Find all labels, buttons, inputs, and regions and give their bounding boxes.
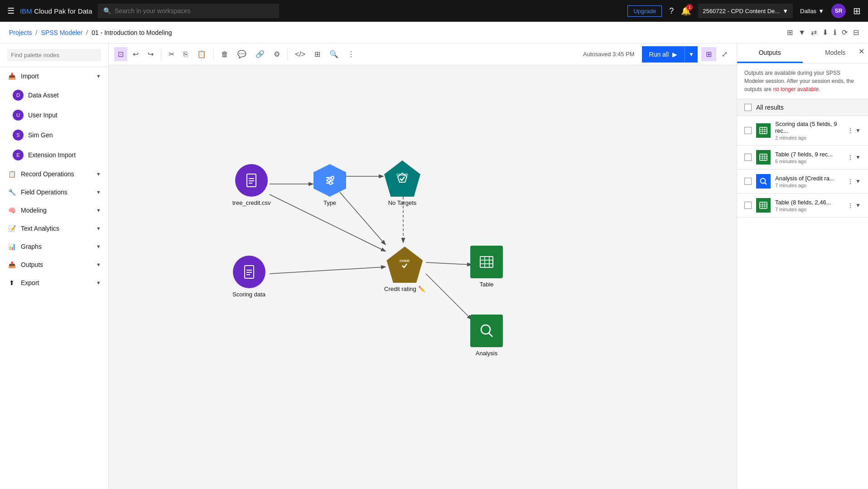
sidebar-item-user-input[interactable]: U User Input xyxy=(0,105,108,125)
toolbar-code-btn[interactable]: </> xyxy=(291,48,309,61)
global-search[interactable]: 🔍 xyxy=(98,4,279,18)
sidebar-item-label-modeling: Modeling xyxy=(21,207,47,214)
breadcrumb-projects-link[interactable]: Projects xyxy=(9,29,32,36)
sidebar-item-label-import: Import xyxy=(21,73,39,80)
bc-chevron-icon[interactable]: ▼ xyxy=(798,29,805,37)
right-panel-close-btn[interactable]: ✕ xyxy=(858,47,864,56)
sidebar-item-field-ops[interactable]: 🔧 Field Operations ▼ xyxy=(0,183,108,201)
toolbar-palette-btn[interactable]: ⊞ xyxy=(311,47,324,61)
node-type[interactable]: Type xyxy=(313,164,346,206)
help-icon[interactable]: ? xyxy=(669,6,674,16)
sidebar-item-extension-import[interactable]: E Extension Import xyxy=(0,145,108,165)
sidebar-item-record-ops[interactable]: 📋 Record Operations ▼ xyxy=(0,165,108,183)
toolbar-paste-btn[interactable]: 📋 xyxy=(193,47,210,61)
toolbar-canvas-btn[interactable]: ⊡ xyxy=(114,47,127,61)
download-icon[interactable]: ⬇ xyxy=(822,28,828,37)
sidebar-item-graphs[interactable]: 📊 Graphs ▼ xyxy=(0,237,108,256)
node-label-credit-rating: Credit rating xyxy=(384,286,416,292)
result-item-1[interactable]: Scoring data (5 fields, 9 rec... 2 minut… xyxy=(737,116,868,145)
search-input[interactable] xyxy=(115,7,274,15)
tab-outputs[interactable]: Outputs xyxy=(737,44,803,63)
toolbar-redo-btn[interactable]: ↪ xyxy=(144,47,157,61)
apps-grid-icon[interactable]: ⊞ xyxy=(853,5,861,16)
toolbar-zoom-btn[interactable]: 🔍 xyxy=(326,47,342,61)
svg-point-17 xyxy=(329,182,332,184)
result-1-expand-btn[interactable]: ▼ xyxy=(855,127,861,134)
result-3-checkbox[interactable] xyxy=(744,178,752,185)
run-all-button[interactable]: Run all ▶ ▼ xyxy=(642,46,698,63)
user-avatar[interactable]: SR xyxy=(831,4,846,18)
info-icon[interactable]: ℹ xyxy=(834,28,836,37)
toolbar-copy-btn[interactable]: ⎘ xyxy=(180,48,192,61)
notifications-icon[interactable]: 🔔 1 xyxy=(681,6,691,16)
result-2-checkbox[interactable] xyxy=(744,154,752,161)
view-icon[interactable]: ⊞ xyxy=(787,28,793,37)
toolbar-expand-btn[interactable]: ⤢ xyxy=(718,47,731,61)
region-selector[interactable]: Dallas ▼ xyxy=(800,8,824,15)
result-4-checkbox[interactable] xyxy=(744,202,752,209)
result-4-expand-btn[interactable]: ▼ xyxy=(855,202,861,208)
sidebar-item-data-asset[interactable]: D Data Asset xyxy=(0,85,108,105)
result-3-more-btn[interactable]: ⋮ xyxy=(847,178,854,185)
result-item-3[interactable]: Analysis of [Credit ra... 7 minutes ago … xyxy=(737,169,868,194)
all-results-checkbox[interactable] xyxy=(744,104,752,111)
result-2-icon xyxy=(756,150,771,165)
palette-search-input[interactable] xyxy=(7,49,101,61)
sidebar-item-export[interactable]: ⬆ Export ▼ xyxy=(0,274,108,292)
sidebar-item-text-analytics[interactable]: 📝 Text Analytics ▼ xyxy=(0,219,108,237)
result-1-checkbox[interactable] xyxy=(744,127,752,134)
toolbar-cut-btn[interactable]: ✂ xyxy=(165,47,178,61)
svg-rect-43 xyxy=(760,202,767,208)
region-chevron-icon: ▼ xyxy=(818,8,824,15)
graphs-icon: 📊 xyxy=(7,242,16,251)
toolbar-delete-btn[interactable]: 🗑 xyxy=(217,48,232,61)
sidebar-item-import[interactable]: 📥 Import ▼ xyxy=(0,67,108,85)
toolbar-undo-btn[interactable]: ↩ xyxy=(129,47,142,61)
toolbar-div3 xyxy=(287,49,288,60)
canvas-area[interactable]: tree_credit.csv Type xyxy=(109,65,737,489)
result-item-4[interactable]: Table (8 fields, 2,46... 7 minutes ago ⋮… xyxy=(737,194,868,218)
run-all-dropdown-btn[interactable]: ▼ xyxy=(685,46,698,63)
result-2-expand-btn[interactable]: ▼ xyxy=(855,154,861,160)
sidebar-item-label-outputs: Outputs xyxy=(21,261,43,268)
compare-icon[interactable]: ⇄ xyxy=(811,28,817,37)
run-all-label[interactable]: Run all ▶ xyxy=(642,46,685,63)
toolbar-div1 xyxy=(161,49,161,60)
result-3-expand-btn[interactable]: ▼ xyxy=(855,178,861,184)
toolbar-grid-btn[interactable]: ⊞ xyxy=(701,47,716,61)
toolbar-comment-btn[interactable]: 💬 xyxy=(234,47,250,61)
result-2-more-btn[interactable]: ⋮ xyxy=(847,154,854,161)
node-label-scoring-data: Scoring data xyxy=(232,291,265,298)
node-no-targets[interactable]: CHAID No Targets xyxy=(384,160,420,206)
result-3-time: 7 minutes ago xyxy=(775,183,843,188)
sidebar-item-outputs[interactable]: 📤 Outputs ▼ xyxy=(0,256,108,274)
result-1-icon xyxy=(756,123,771,138)
import-chevron-icon: ▼ xyxy=(96,73,101,79)
node-table[interactable]: Table xyxy=(470,246,503,288)
sim-gen-icon: S xyxy=(13,130,24,140)
toolbar-more-btn[interactable]: ⋮ xyxy=(344,47,358,61)
node-analysis[interactable]: Analysis xyxy=(470,315,503,357)
svg-line-2 xyxy=(340,192,385,244)
result-1-more-btn[interactable]: ⋮ xyxy=(847,127,854,134)
node-scoring-data[interactable]: Scoring data xyxy=(232,256,265,298)
sidebar-item-modeling[interactable]: 🧠 Modeling ▼ xyxy=(0,201,108,219)
result-item-2[interactable]: Table (7 fields, 9 rec... 6 minutes ago … xyxy=(737,145,868,169)
result-4-more-btn[interactable]: ⋮ xyxy=(847,202,854,209)
breadcrumb-sep2: / xyxy=(86,29,88,36)
toolbar-adjust-btn[interactable]: ⚙ xyxy=(270,47,284,61)
menu-icon[interactable]: ☰ xyxy=(7,6,14,16)
sidebar-item-label-record-ops: Record Operations xyxy=(21,170,74,178)
result-1-title: Scoring data (5 fields, 9 rec... xyxy=(775,121,843,134)
settings-icon[interactable]: ⊟ xyxy=(853,28,859,37)
breadcrumb-modeler-link[interactable]: SPSS Modeler xyxy=(41,29,82,36)
toolbar-link-btn[interactable]: 🔗 xyxy=(252,47,268,61)
sidebar-item-sim-gen[interactable]: S Sim Gen xyxy=(0,125,108,145)
workspace-selector[interactable]: 2560722 - CPD Content De... ▼ xyxy=(698,4,793,18)
history-icon[interactable]: ⟳ xyxy=(842,28,848,37)
node-credit-rating[interactable]: CHAID Credit rating ✏️ xyxy=(384,247,425,292)
upgrade-button[interactable]: Upgrade xyxy=(627,5,662,17)
credit-rating-edit-icon[interactable]: ✏️ xyxy=(418,286,425,292)
sidebar-item-label-field-ops: Field Operations xyxy=(21,189,68,196)
node-tree-credit[interactable]: tree_credit.csv xyxy=(232,164,271,206)
